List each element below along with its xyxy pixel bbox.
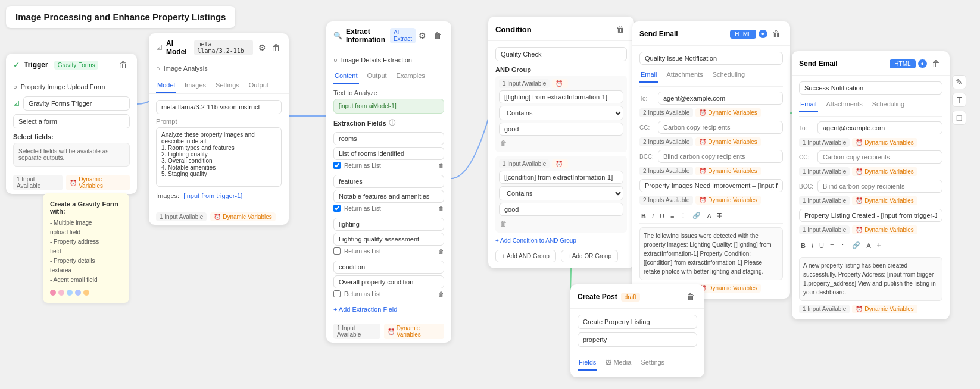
ai-settings-btn[interactable]: ⚙ — [257, 41, 267, 54]
tab-email-2[interactable]: Email — [799, 98, 818, 112]
prompt-textarea[interactable]: Analyze these property images and descri… — [156, 127, 282, 187]
extract-delete-btn[interactable]: 🗑 — [431, 29, 444, 42]
add-condition-btn[interactable]: + Add Condition to AND Group — [495, 236, 576, 245]
underline-btn-1[interactable]: U — [658, 211, 666, 221]
tab-media[interactable]: 🖼 Media — [604, 356, 632, 371]
tab-fields[interactable]: Fields — [578, 356, 597, 371]
email2-subject-display[interactable]: Success Notification — [799, 81, 942, 95]
and-group-label: AND Group — [495, 66, 627, 73]
ai-dynamic-vars: ⏰ Dynamic Variables — [210, 212, 276, 221]
return-list-condition[interactable] — [333, 290, 341, 297]
to-input-2[interactable]: agent@example.com — [817, 121, 942, 134]
clear-btn-1[interactable]: T̶ — [716, 211, 723, 221]
italic-btn-1[interactable]: I — [650, 211, 656, 221]
cond2-check-value[interactable]: good — [499, 203, 623, 216]
email1-subject-display[interactable]: Quality Issue Notification — [639, 52, 783, 65]
ul-btn-2[interactable]: ≡ — [828, 240, 835, 250]
return-list-rooms[interactable] — [333, 162, 341, 169]
font-btn-1[interactable]: A — [705, 211, 713, 221]
ul-btn-1[interactable]: ≡ — [669, 211, 676, 221]
cond1-delete-btn[interactable]: 🗑 — [499, 138, 508, 149]
field-desc-condition[interactable] — [333, 275, 444, 288]
tab-content[interactable]: Content — [333, 70, 359, 84]
trigger-icon: ✓ — [13, 60, 20, 70]
link-btn-1[interactable]: 🔗 — [691, 211, 703, 221]
bcc-input-2[interactable] — [817, 180, 942, 193]
html-toggle-2[interactable]: ● — [918, 59, 927, 68]
add-or-group-btn[interactable]: + Add OR Group — [561, 250, 618, 262]
ol-btn-1[interactable]: ⋮ — [678, 211, 688, 221]
tab-settings[interactable]: Settings — [214, 79, 241, 93]
condition-delete-btn[interactable]: 🗑 — [614, 23, 627, 36]
font-btn-2[interactable]: A — [864, 240, 872, 250]
email1-subject-field[interactable]: Property Images Need Improvement - [Inpu… — [639, 179, 783, 192]
bold-btn-1[interactable]: B — [639, 211, 648, 221]
tab-scheduling-2[interactable]: Scheduling — [871, 98, 906, 112]
property-image-option[interactable]: Property Image Upload Form — [21, 83, 105, 90]
field-desc-rooms[interactable] — [333, 147, 444, 160]
clear-btn-2[interactable]: T̶ — [875, 240, 883, 250]
delete-condition[interactable]: 🗑 — [438, 291, 444, 297]
tab-settings-post[interactable]: Settings — [639, 356, 666, 371]
trigger-delete-btn[interactable]: 🗑 — [117, 58, 130, 71]
email2-subject-field[interactable]: Property Listing Created - [Input from t… — [799, 209, 942, 222]
return-list-features[interactable] — [333, 205, 341, 212]
email2-edit-btn[interactable]: ✎ — [952, 75, 966, 89]
field-name-condition[interactable] — [333, 261, 444, 274]
link-btn-2[interactable]: 🔗 — [850, 240, 862, 250]
email2-box-btn[interactable]: □ — [952, 111, 966, 125]
ai-input-available: 1 Input Available — [156, 212, 207, 221]
email1-delete-btn[interactable]: 🗑 — [770, 27, 783, 40]
field-desc-lighting[interactable] — [333, 233, 444, 246]
cond1-check-value[interactable]: good — [499, 123, 623, 136]
condition-card: Condition 🗑 Quality Check AND Group 1 In… — [488, 17, 634, 268]
field-desc-features[interactable] — [333, 190, 444, 203]
model-selector[interactable]: meta-llama/3.2-11b-vision-instruct — [156, 100, 282, 114]
tab-model[interactable]: Model — [156, 79, 176, 93]
to-input-1[interactable]: agent@example.com — [658, 92, 783, 105]
extract-information-card: 🔍 Extract Information AI Extract ⚙ 🗑 ○ I… — [326, 21, 451, 343]
cond2-operator[interactable]: Contains — [499, 186, 623, 200]
condition-name-input[interactable]: Quality Check — [495, 47, 627, 61]
cc-input-2[interactable] — [817, 150, 942, 164]
add-extraction-field-btn[interactable]: + Add Extraction Field — [333, 303, 397, 315]
field-name-features[interactable] — [333, 175, 444, 188]
tab-scheduling-1[interactable]: Scheduling — [711, 68, 746, 83]
html-toggle-1[interactable]: ● — [759, 30, 767, 38]
tab-examples[interactable]: Examples — [395, 70, 426, 84]
field-name-rooms[interactable] — [333, 132, 444, 145]
create-post-type-select[interactable]: property — [578, 332, 697, 347]
underline-btn-2[interactable]: U — [817, 240, 826, 250]
gravity-forms-select[interactable]: Gravity Forms Trigger — [23, 96, 130, 111]
create-post-delete-btn[interactable]: 🗑 — [684, 290, 697, 303]
bcc-input-1[interactable] — [658, 150, 783, 163]
ai-delete-btn[interactable]: 🗑 — [271, 41, 282, 54]
tab-images[interactable]: Images — [183, 79, 207, 93]
tab-attachments-2[interactable]: Attachments — [825, 98, 864, 112]
cond1-value-input[interactable]: [[lighting] from extractInformation-1] — [499, 90, 623, 103]
select-form-dropdown[interactable]: Select a form — [13, 114, 130, 128]
field-name-lighting[interactable] — [333, 218, 444, 231]
email2-delete-btn[interactable]: 🗑 — [929, 57, 942, 70]
add-and-group-btn[interactable]: + Add AND Group — [495, 250, 556, 262]
bold-btn-2[interactable]: B — [799, 240, 807, 250]
tab-output[interactable]: Output — [248, 79, 270, 93]
cond2-value-input[interactable]: [[condition] from extractInformation-1] — [499, 171, 623, 184]
ol-btn-2[interactable]: ⋮ — [838, 240, 848, 250]
return-list-label-condition: Return as List — [344, 291, 381, 297]
cond1-operator[interactable]: Contains — [499, 106, 623, 120]
return-list-lighting[interactable] — [333, 247, 341, 255]
extract-settings-btn[interactable]: ⚙ — [416, 29, 429, 42]
tab-email-1[interactable]: Email — [639, 68, 658, 83]
tab-attachments-1[interactable]: Attachments — [666, 68, 704, 83]
tab-output-extract[interactable]: Output — [366, 70, 388, 84]
cc-input-1[interactable] — [658, 121, 783, 134]
dot-2 — [58, 290, 64, 296]
create-post-name-input[interactable]: Create Property Listing — [578, 315, 697, 329]
delete-features[interactable]: 🗑 — [438, 205, 444, 212]
delete-lighting[interactable]: 🗑 — [438, 248, 444, 255]
delete-rooms[interactable]: 🗑 — [438, 162, 444, 169]
italic-btn-2[interactable]: I — [810, 240, 815, 250]
cond2-delete-btn[interactable]: 🗑 — [499, 218, 508, 229]
email2-text-btn[interactable]: T — [952, 93, 966, 107]
